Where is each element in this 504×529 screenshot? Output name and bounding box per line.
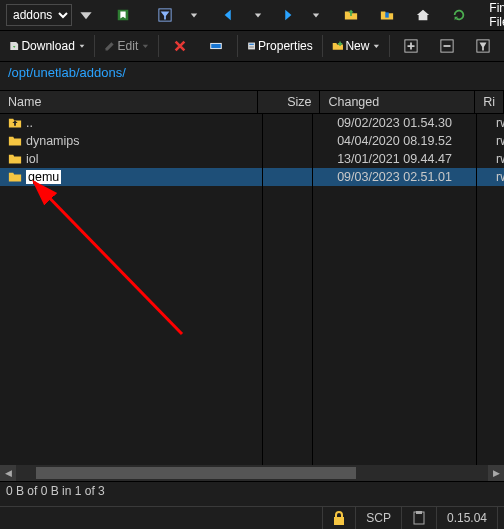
lock-indicator[interactable]	[322, 507, 355, 529]
download-button[interactable]: Download	[4, 33, 90, 59]
col-name[interactable]: Name	[0, 91, 258, 113]
parent-folder-icon	[8, 116, 22, 130]
lock-icon	[333, 511, 345, 525]
path-bar[interactable]: /opt/unetlab/addons/	[0, 62, 504, 91]
svg-rect-8	[249, 47, 254, 48]
svg-rect-7	[249, 46, 254, 47]
file-rights: rw	[488, 116, 504, 130]
file-name: dynamips	[26, 134, 80, 148]
protocol-cell: SCP	[355, 507, 401, 529]
scroll-right-button[interactable]: ▶	[488, 465, 504, 481]
file-name: qemu	[26, 170, 61, 184]
new-label: New	[345, 39, 369, 53]
properties-button[interactable]: Properties	[242, 33, 318, 59]
dropdown-button[interactable]	[248, 2, 268, 28]
toolbar-second: Download Edit Properties New	[0, 31, 504, 62]
col-rights[interactable]: Ri	[475, 91, 504, 113]
view-minus-button[interactable]	[430, 33, 464, 59]
connection-status-bar: SCP 0.15.04	[0, 506, 504, 529]
dropdown-button[interactable]	[74, 2, 98, 28]
find-files-button[interactable]: Find Files	[484, 2, 504, 28]
file-panel: Name Size Changed Ri ..09/02/2023 01.54.…	[0, 91, 504, 481]
nav-back-button[interactable]	[212, 2, 246, 28]
column-divider	[476, 114, 477, 465]
path-text: /opt/unetlab/addons/	[8, 65, 126, 80]
file-changed: 04/04/2020 08.19.52	[329, 134, 488, 148]
column-divider	[262, 114, 263, 465]
column-divider	[312, 114, 313, 465]
file-changed: 09/03/2023 02.51.01	[329, 170, 488, 184]
edit-label: Edit	[118, 39, 139, 53]
clipboard-icon	[412, 511, 426, 525]
svg-rect-6	[249, 44, 254, 45]
refresh-button[interactable]	[442, 2, 476, 28]
svg-line-12	[34, 182, 182, 334]
nav-forward-button[interactable]	[270, 2, 304, 28]
svg-rect-14	[416, 511, 422, 514]
file-changed: 13/01/2021 09.44.47	[329, 152, 488, 166]
delete-button[interactable]	[163, 33, 197, 59]
table-row[interactable]: ..09/02/2023 01.54.30rw	[0, 114, 504, 132]
toolbar-top: addons Find Files	[0, 0, 504, 31]
file-name: ..	[26, 116, 33, 130]
address-combo[interactable]: addons	[6, 4, 72, 26]
col-size[interactable]: Size	[258, 91, 321, 113]
svg-rect-3	[211, 43, 222, 48]
elapsed-cell: 0.15.04	[436, 507, 497, 529]
horizontal-scrollbar[interactable]: ◀ ▶	[0, 465, 504, 481]
dropdown-button[interactable]	[184, 2, 204, 28]
annotation-arrow	[22, 174, 202, 344]
folder-icon	[8, 170, 22, 184]
new-button[interactable]: New	[327, 33, 385, 59]
separator	[237, 35, 238, 57]
separator	[94, 35, 95, 57]
column-headers: Name Size Changed Ri	[0, 91, 504, 114]
view-filter-button[interactable]	[466, 33, 500, 59]
download-label: Download	[21, 39, 74, 53]
selection-status: 0 B of 0 B in 1 of 3	[0, 481, 504, 506]
file-rights: rw	[488, 152, 504, 166]
root-dir-button[interactable]	[370, 2, 404, 28]
view-plus-button[interactable]	[394, 33, 428, 59]
col-changed[interactable]: Changed	[320, 91, 475, 113]
separator	[389, 35, 390, 57]
separator	[322, 35, 323, 57]
folder-icon	[8, 152, 22, 166]
file-list[interactable]: ..09/02/2023 01.54.30rwdynamips04/04/202…	[0, 114, 504, 465]
scroll-left-button[interactable]: ◀	[0, 465, 16, 481]
filter-button[interactable]	[148, 2, 182, 28]
rename-button[interactable]	[199, 33, 233, 59]
file-name: iol	[26, 152, 39, 166]
table-row[interactable]: iol13/01/2021 09.44.47rw	[0, 150, 504, 168]
bookmark-button[interactable]	[106, 2, 140, 28]
table-row[interactable]: dynamips04/04/2020 08.19.52rw	[0, 132, 504, 150]
find-files-label: Find Files	[489, 1, 504, 29]
parent-dir-button[interactable]	[334, 2, 368, 28]
file-changed: 09/02/2023 01.54.30	[329, 116, 488, 130]
edit-button[interactable]: Edit	[99, 33, 154, 59]
separator	[158, 35, 159, 57]
file-rights: rw	[488, 170, 504, 184]
properties-label: Properties	[258, 39, 313, 53]
progress-cell[interactable]	[401, 507, 436, 529]
folder-icon	[8, 134, 22, 148]
dropdown-button[interactable]	[306, 2, 326, 28]
scroll-track[interactable]	[16, 465, 488, 481]
scroll-thumb[interactable]	[36, 467, 356, 479]
file-rights: rw	[488, 134, 504, 148]
status-end	[497, 507, 504, 529]
home-button[interactable]	[406, 2, 440, 28]
table-row[interactable]: qemu09/03/2023 02.51.01rw	[0, 168, 504, 186]
